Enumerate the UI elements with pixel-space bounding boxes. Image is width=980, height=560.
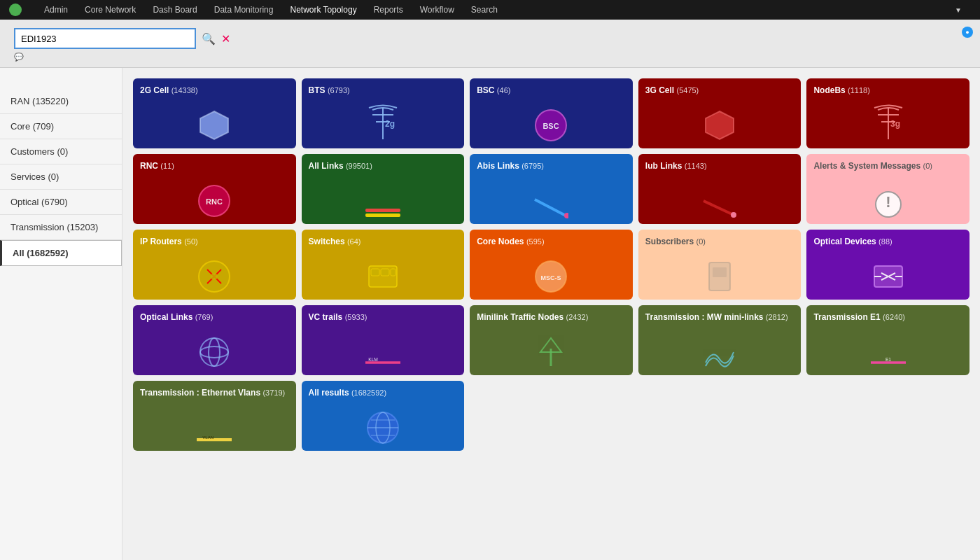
card-vc-trails[interactable]: VC trails (5933)KLM [302,305,465,375]
card-title: BTS (6793) [309,85,458,97]
sidebar-items: RAN (135220)Core (709)Customers (0)Servi… [0,89,122,266]
sidebar-item[interactable]: All (1682592) [0,240,122,266]
card-all-links[interactable]: All Links (99501) [302,154,465,224]
not-expected-link[interactable]: 💬 [14,52,966,62]
svg-text:3g: 3g [890,119,900,129]
logo-badge [9,4,22,16]
card-iub-links[interactable]: Iub Links (1143) [638,154,802,224]
main-content: RAN (135220)Core (709)Customers (0)Servi… [0,68,980,560]
card-ip-router[interactable]: IP Routers (50) [133,230,296,300]
alert-icon: ! [812,190,964,218]
card-cell-3g[interactable]: 3G Cell (5475) [638,78,802,148]
svg-text:!: ! [886,193,890,211]
svg-text:VLAN: VLAN [203,435,214,440]
globe-icon [307,410,459,445]
sidebar-item[interactable]: Services (0) [0,164,122,190]
card-title: Abis Links (6795) [477,161,626,172]
card-alert[interactable]: Alerts & System Messages (0)! [806,154,969,224]
card-title: Switches (64) [309,237,458,248]
card-title: Alerts & System Messages (0) [813,161,962,172]
svg-rect-15 [365,214,400,217]
dropdown-arrow-icon[interactable]: ▼ [955,6,962,14]
card-title: BSC (46) [477,85,626,97]
card-minilink[interactable]: Minilink Traffic Nodes (2432) [470,305,633,375]
card-title: Iub Links (1143) [645,161,794,172]
switch-icon [307,259,459,294]
card-title: Subscribers (0) [645,237,794,248]
card-tower-2g[interactable]: BTS (6793)2g [302,78,465,148]
tower-2g-icon: 2g [307,104,459,143]
svg-text:2g: 2g [385,119,395,129]
card-title: Minilink Traffic Nodes (2432) [477,312,626,323]
card-optical-links[interactable]: Optical Links (769) [133,305,296,375]
nav-item-workflow[interactable]: Workflow [412,0,463,20]
card-bsc[interactable]: BSC (46)BSC [470,78,633,148]
mw-minilinks-icon [644,345,796,370]
card-title: IP Routers (50) [140,237,289,248]
card-hexagon[interactable]: 2G Cell (14338) [133,78,296,148]
ethernet-vlan-icon: VLAN [139,435,290,445]
sidebar-item[interactable]: Optical (6790) [0,190,122,215]
card-ethernet-vlan[interactable]: Transmission : Ethernet Vlans (3719)VLAN [133,381,296,451]
bsc-icon: BSC [475,108,627,143]
svg-marker-0 [200,111,228,139]
svg-line-18 [704,201,734,215]
svg-marker-7 [706,111,734,139]
vc-trails-icon: KLM [307,356,459,370]
card-optical-device[interactable]: Optical Devices (88) [806,230,969,300]
nav-item-dash-board[interactable]: Dash Board [144,0,205,20]
svg-line-16 [535,200,567,216]
sidebar-item[interactable]: Transmission (15203) [0,215,122,240]
card-title: Optical Links (769) [140,312,289,323]
sidebar-item[interactable]: Customers (0) [0,139,122,164]
notification-dot[interactable]: ● [962,27,973,38]
results-count [0,75,122,89]
logo[interactable] [7,4,22,16]
nav-item-admin[interactable]: Admin [36,0,76,20]
card-title: VC trails (5933) [309,312,458,323]
card-abis-links[interactable]: Abis Links (6795) [470,154,633,224]
search-section: 🔍 ✕ 💬 [0,20,980,68]
top-navigation: AdminCore NetworkDash BoardData Monitori… [0,0,980,20]
card-mw-minilinks[interactable]: Transmission : MW mini-links (2812) [638,305,802,375]
nav-item-search[interactable]: Search [463,0,506,20]
card-title: NodeBs (1118) [813,85,962,97]
clear-search-button[interactable]: ✕ [221,32,230,46]
card-rnc[interactable]: RNC (11)RNC [133,154,296,224]
search-button[interactable]: 🔍 [202,32,216,46]
nav-item-reports[interactable]: Reports [365,0,412,20]
nav-item-network-topology[interactable]: Network Topology [281,0,365,20]
card-title: Optical Devices (88) [813,237,962,248]
card-subscriber[interactable]: Subscribers (0) [638,230,802,300]
card-core-node[interactable]: Core Nodes (595)MSC-S [470,230,633,300]
subscriber-icon [644,259,796,294]
card-title: Transmission : Ethernet Vlans (3719) [140,388,289,399]
card-transmission-e1[interactable]: Transmission E1 (6240)E1 [806,305,969,375]
card-title: All results (1682592) [309,388,458,399]
minilink-icon [475,335,627,370]
svg-text:BSC: BSC [543,122,559,130]
sidebar-item[interactable]: Core (709) [0,114,122,139]
card-globe[interactable]: All results (1682592) [302,381,465,451]
cards-grid: 2G Cell (14338)BTS (6793)2gBSC (46)BSC3G… [133,78,969,451]
svg-rect-27 [371,269,379,276]
nav-item-core-network[interactable]: Core Network [76,0,144,20]
svg-text:MSC-S: MSC-S [541,274,561,281]
search-input[interactable] [14,28,196,49]
sidebar-item[interactable]: RAN (135220) [0,89,122,114]
transmission-e1-icon: E1 [812,356,964,370]
nav-item-data-monitoring[interactable]: Data Monitoring [206,0,282,20]
optical-device-icon [812,259,964,294]
core-node-icon: MSC-S [475,259,627,294]
card-title: Transmission : MW mini-links (2812) [645,312,794,323]
grid-area: 2G Cell (14338)BTS (6793)2gBSC (46)BSC3G… [122,68,980,560]
svg-rect-33 [713,267,727,277]
ip-router-icon [139,259,290,294]
card-tower-3g[interactable]: NodeBs (1118)3g [806,78,969,148]
tower-3g-icon: 3g [812,104,964,143]
iub-links-icon [644,197,796,218]
card-switch[interactable]: Switches (64) [302,230,465,300]
svg-rect-28 [381,269,389,276]
hexagon-icon [139,108,290,143]
svg-point-41 [200,346,228,358]
